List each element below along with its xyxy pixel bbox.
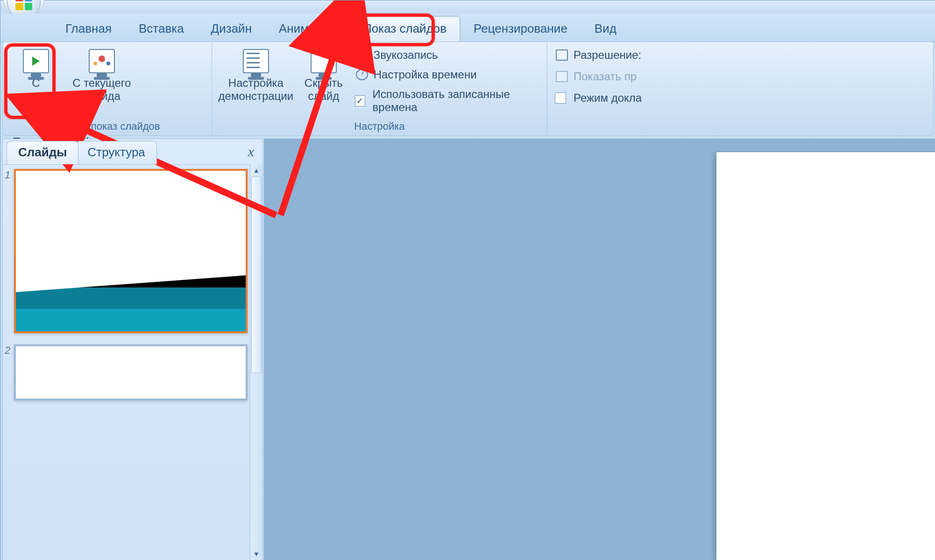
tab-home[interactable]: Главная	[52, 16, 125, 42]
title-bar	[0, 0, 935, 14]
slides-pane: Слайды Структура x 1 2 ▲ ▼	[2, 139, 263, 560]
use-rehearsed-checkbox[interactable]: ✓ Использовать записанные времена	[352, 86, 542, 116]
group-start-title: Начать показ слайдов	[3, 120, 212, 133]
from-current-icon	[89, 49, 115, 73]
hide-slide-label: Скрыть слайд	[305, 76, 343, 103]
show-on-row: Показать пр	[552, 68, 928, 85]
group-setup: Настройка демонстрации Скрыть слайд Звук…	[212, 42, 547, 135]
slide-number: 2	[5, 344, 10, 357]
ribbon: С начала С текущего слайда Произвольный …	[2, 42, 934, 136]
ribbon-tabs: Главная Вставка Дизайн Анимация Показ сл…	[0, 14, 935, 42]
scroll-track[interactable]	[251, 176, 262, 548]
from-current-button[interactable]: С текущего слайда	[67, 45, 136, 104]
record-narration-button[interactable]: Звукозапись	[352, 47, 542, 63]
from-beginning-button[interactable]: С начала	[7, 45, 64, 104]
slide-thumb-2[interactable]: 2	[14, 344, 247, 400]
thumbnails: 1 2	[3, 164, 250, 560]
record-narration-icon	[355, 49, 369, 62]
tab-review[interactable]: Рецензирование	[460, 16, 581, 42]
rehearse-timings-label: Настройка времени	[374, 68, 477, 81]
setup-show-icon	[243, 49, 269, 73]
from-current-label: С текущего слайда	[72, 76, 131, 103]
pane-tab-outline[interactable]: Структура	[76, 141, 156, 164]
pane-tab-slides[interactable]: Слайды	[7, 141, 78, 164]
setup-show-button[interactable]: Настройка демонстрации	[217, 45, 295, 104]
monitor-icon	[555, 49, 569, 62]
slide-preview	[14, 344, 248, 400]
slide-wave-graphic	[16, 275, 246, 331]
rehearse-timings-button[interactable]: Настройка времени	[352, 66, 542, 83]
slide-number: 1	[5, 169, 10, 181]
tab-animation[interactable]: Анимация	[265, 16, 349, 42]
slide-preview	[14, 169, 248, 333]
group-start-slideshow: С начала С текущего слайда Произвольный …	[3, 42, 212, 135]
thumbnails-scrollbar[interactable]: ▲ ▼	[250, 164, 262, 560]
slide-canvas[interactable]	[716, 152, 935, 560]
editor-area	[264, 139, 935, 560]
checkbox-icon: ✓	[355, 95, 365, 106]
presenter-view-label: Режим докла	[574, 91, 642, 105]
group-setup-title: Настройка	[212, 120, 547, 133]
rehearse-timings-icon	[355, 68, 369, 81]
scroll-up-icon[interactable]: ▲	[250, 164, 262, 176]
monitor2-icon	[555, 70, 569, 83]
show-on-label: Показать пр	[574, 70, 637, 83]
pane-close-button[interactable]: x	[248, 144, 254, 160]
from-beginning-label: С начала	[17, 76, 54, 103]
tab-design[interactable]: Дизайн	[198, 16, 265, 42]
use-rehearsed-label: Использовать записанные времена	[373, 88, 539, 114]
record-narration-label: Звукозапись	[374, 49, 438, 62]
tab-view[interactable]: Вид	[581, 16, 630, 42]
pane-tabs: Слайды Структура x	[3, 139, 262, 165]
tab-slideshow[interactable]: Показ слайдов	[349, 16, 460, 42]
hide-slide-icon	[311, 49, 337, 73]
from-beginning-icon	[23, 49, 49, 73]
resolution-row[interactable]: Разрешение:	[552, 47, 928, 63]
presenter-view-checkbox[interactable]: Режим докла	[552, 90, 928, 106]
checkbox-empty-icon	[555, 92, 566, 104]
office-logo-icon	[15, 0, 32, 10]
scroll-down-icon[interactable]: ▼	[250, 548, 262, 560]
setup-show-label: Настройка демонстрации	[219, 76, 294, 103]
slide-thumb-1[interactable]: 1	[14, 169, 247, 333]
tab-insert[interactable]: Вставка	[125, 16, 198, 42]
resolution-label: Разрешение:	[574, 49, 641, 62]
hide-slide-button[interactable]: Скрыть слайд	[295, 45, 352, 104]
group-monitors: Разрешение: Показать пр Режим докла	[547, 42, 933, 135]
scroll-thumb[interactable]	[251, 176, 262, 373]
